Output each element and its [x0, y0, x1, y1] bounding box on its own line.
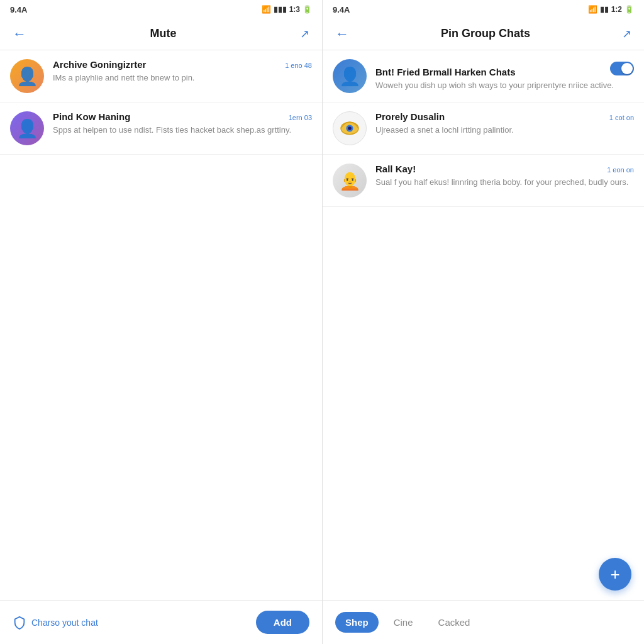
- left-nav-action[interactable]: ↗: [300, 27, 309, 41]
- item-name: Rall Kay!: [375, 164, 416, 174]
- avatar: [333, 111, 367, 145]
- tab-cine[interactable]: Cine: [384, 612, 423, 633]
- item-content: Bnt! Fried Brmall Harken Chats Woweh you…: [375, 59, 634, 91]
- add-button[interactable]: Add: [256, 611, 309, 634]
- right-nav-action[interactable]: ↗: [622, 27, 631, 41]
- item-header: Archive Goningizrter 1 eno 48: [53, 59, 312, 70]
- right-bottom-bar: Shep Cine Cacked: [323, 600, 644, 644]
- item-desc: Woweh you dish up wioh sh ways to your p…: [375, 80, 634, 91]
- list-item[interactable]: Prorely Dusalin 1 cot on Ujreased a snet…: [323, 103, 644, 155]
- bottom-link[interactable]: Charso yout chat: [13, 616, 98, 630]
- item-desc: Spps at helpen to use ndist. Fists ties …: [53, 125, 312, 136]
- avatar: 👤: [10, 111, 44, 145]
- right-time: 9.4A: [333, 5, 350, 14]
- bottom-link-label: Charso yout chat: [31, 618, 98, 628]
- item-time: 1ern 03: [289, 114, 312, 121]
- item-desc: IMs a playhlie and nett the bnew to pin.: [53, 72, 312, 84]
- item-time: 1 eon on: [607, 166, 634, 174]
- left-panel: 9.4A 📶 ▮▮▮ 1:3 🔋 ← Mute ↗ 👤 Archive Goni…: [0, 0, 322, 644]
- signal-icon: ▮▮: [600, 5, 609, 14]
- eye-icon: [338, 119, 362, 137]
- item-time: 1 eno 48: [285, 62, 312, 69]
- left-bottom-bar: Charso yout chat Add: [0, 600, 322, 644]
- item-header: Pind Kow Haning 1ern 03: [53, 111, 312, 122]
- left-nav-bar: ← Mute ↗: [0, 18, 322, 50]
- item-name: Bnt! Fried Brmall Harken Chats: [375, 67, 516, 77]
- left-time: 9.4A: [10, 5, 27, 14]
- list-item[interactable]: 👤 Archive Goningizrter 1 eno 48 IMs a pl…: [0, 50, 322, 103]
- right-nav-title: Pin Group Chats: [441, 27, 530, 40]
- clock-display: 1:2: [611, 5, 622, 14]
- signal-icon: ▮▮▮: [274, 5, 287, 14]
- tab-cacked[interactable]: Cacked: [428, 612, 480, 633]
- item-desc: Sual f you half ekus! linnring theria bo…: [375, 177, 634, 188]
- item-content: Pind Kow Haning 1ern 03 Spps at helpen t…: [53, 111, 312, 136]
- wifi-icon: 📶: [262, 5, 271, 14]
- item-name: Archive Goningizrter: [53, 59, 146, 70]
- right-status-icons: 📶 ▮▮ 1:2 🔋: [588, 5, 634, 14]
- item-name: Pind Kow Haning: [53, 111, 130, 122]
- avatar-placeholder: 👤: [339, 66, 361, 87]
- avatar-placeholder: 👤: [16, 66, 38, 87]
- avatar: 👤: [333, 59, 367, 93]
- avatar: 🧑‍🦲: [333, 164, 367, 197]
- item-header: Bnt! Fried Brmall Harken Chats: [375, 59, 634, 77]
- item-content: Rall Kay! 1 eon on Sual f you half ekus!…: [375, 164, 634, 188]
- left-back-button[interactable]: ←: [13, 26, 26, 42]
- left-content: 👤 Archive Goningizrter 1 eno 48 IMs a pl…: [0, 50, 322, 600]
- tab-shep[interactable]: Shep: [335, 612, 379, 633]
- wifi-icon: 📶: [588, 5, 597, 14]
- right-back-button[interactable]: ←: [335, 26, 349, 42]
- item-content: Archive Goningizrter 1 eno 48 IMs a play…: [53, 59, 312, 84]
- list-item[interactable]: 👤 Pind Kow Haning 1ern 03 Spps at helpen…: [0, 103, 322, 155]
- left-status-bar: 9.4A 📶 ▮▮▮ 1:3 🔋: [0, 0, 322, 18]
- list-item[interactable]: 🧑‍🦲 Rall Kay! 1 eon on Sual f you half e…: [323, 155, 644, 207]
- battery-icon: 🔋: [303, 5, 312, 14]
- left-nav-title: Mute: [150, 27, 177, 40]
- item-header: Rall Kay! 1 eon on: [375, 164, 634, 174]
- clock-display: 1:3: [289, 5, 300, 14]
- svg-point-2: [348, 126, 352, 130]
- item-time: 1 cot on: [609, 114, 634, 121]
- list-item[interactable]: 👤 Bnt! Fried Brmall Harken Chats Woweh y…: [323, 50, 644, 103]
- avatar-placeholder: 👤: [16, 118, 38, 139]
- right-nav-bar: ← Pin Group Chats ↗: [323, 18, 644, 50]
- item-header: Prorely Dusalin 1 cot on: [375, 111, 634, 122]
- right-content: 👤 Bnt! Fried Brmall Harken Chats Woweh y…: [323, 50, 644, 600]
- left-status-icons: 📶 ▮▮▮ 1:3 🔋: [262, 5, 312, 14]
- right-panel: 9.4A 📶 ▮▮ 1:2 🔋 ← Pin Group Chats ↗ 👤 Bn…: [322, 0, 644, 644]
- right-status-bar: 9.4A 📶 ▮▮ 1:2 🔋: [323, 0, 644, 18]
- item-name: Prorely Dusalin: [375, 111, 445, 122]
- toggle-switch[interactable]: [610, 62, 634, 75]
- fab-button[interactable]: +: [599, 558, 631, 591]
- item-content: Prorely Dusalin 1 cot on Ujreased a snet…: [375, 111, 634, 136]
- avatar-placeholder: 🧑‍🦲: [339, 170, 361, 191]
- battery-icon: 🔋: [625, 5, 634, 14]
- shield-icon: [13, 616, 26, 630]
- avatar: 👤: [10, 59, 44, 93]
- item-desc: Ujreased a snet a lochl irtting palintio…: [375, 125, 634, 136]
